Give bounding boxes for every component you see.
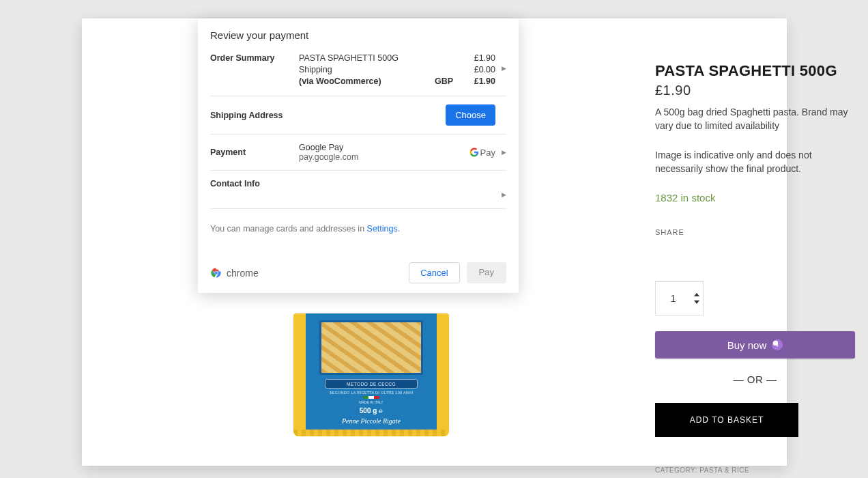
svg-point-3	[215, 272, 218, 275]
shipping-label: Shipping	[299, 65, 412, 74]
package-product-name: Penne Piccole Rigate	[317, 417, 426, 425]
order-item-name: PASTA SPAGHETTI 500G	[299, 53, 412, 63]
payment-expand-icon[interactable]: ▶	[495, 149, 506, 156]
buy-now-label: Buy now	[727, 339, 767, 351]
pay-button[interactable]: Pay	[467, 262, 506, 283]
package-subtitle: SECONDO LA RICETTA DI OLTRE 130 ANNI	[317, 391, 426, 395]
order-total: £1.90	[453, 76, 495, 86]
quantity-stepper[interactable]: 1	[655, 281, 704, 315]
settings-link[interactable]: Settings	[367, 224, 398, 234]
buy-now-arrow-icon: ›	[772, 339, 783, 350]
shipping-address-row: Shipping Address Choose	[210, 96, 506, 135]
product-description-1: A 500g bag dried Spaghetti pasta. Brand …	[655, 105, 855, 133]
payment-label: Payment	[210, 147, 299, 157]
shipping-price: £0.00	[453, 65, 495, 74]
chrome-brand-label: chrome	[227, 268, 259, 279]
contact-info-row[interactable]: Contact Info ▶	[210, 171, 506, 209]
share-label[interactable]: SHARE	[655, 228, 855, 236]
quantity-increment-icon[interactable]	[694, 293, 699, 296]
or-divider: — OR —	[655, 374, 855, 385]
payment-review-modal: Review your payment Order Summary PASTA …	[198, 18, 519, 293]
category-link[interactable]: PASTA & RICE	[699, 466, 749, 474]
add-to-basket-button[interactable]: ADD TO BASKET	[655, 403, 798, 437]
contact-expand-icon[interactable]: ▶	[495, 191, 506, 198]
shipping-expand-icon[interactable]: ▶	[495, 65, 506, 74]
order-item-price: £1.90	[453, 53, 495, 63]
package-madein: MADE IN ITALY	[317, 400, 426, 404]
contact-info-label: Contact Info	[210, 179, 299, 188]
chrome-icon	[210, 267, 222, 279]
manage-settings-text: You can manage cards and addresses in Se…	[210, 224, 506, 234]
via-label: (via WooCommerce)	[299, 76, 412, 86]
italy-flag-icon	[363, 396, 379, 399]
product-price: £1.90	[655, 83, 855, 98]
order-summary-label: Order Summary	[210, 53, 299, 63]
order-summary: Order Summary PASTA SPAGHETTI 500G £1.90…	[210, 53, 506, 96]
payment-method-name: Google Pay	[299, 143, 469, 152]
buy-now-button[interactable]: Buy now ›	[655, 331, 855, 358]
product-title: PASTA SPAGHETTI 500G	[655, 62, 855, 80]
package-weight: 500 g ℮	[317, 407, 426, 414]
chrome-brand: chrome	[210, 267, 259, 279]
quantity-value: 1	[656, 282, 691, 315]
payment-method-row[interactable]: Payment Google Pay pay.google.com Pay ▶	[210, 135, 506, 171]
product-description-2: Image is indicative only and does not ne…	[655, 148, 855, 176]
product-image: METODO DE CECCO SECONDO LA RICETTA DI OL…	[293, 313, 449, 436]
stock-indicator: 1832 in stock	[655, 192, 855, 203]
modal-title: Review your payment	[210, 29, 506, 41]
quantity-decrement-icon[interactable]	[694, 300, 699, 304]
payment-method-domain: pay.google.com	[299, 152, 469, 162]
package-banner: METODO DE CECCO	[325, 379, 418, 389]
cancel-button[interactable]: Cancel	[409, 262, 459, 283]
choose-address-button[interactable]: Choose	[446, 104, 495, 126]
shipping-address-label: Shipping Address	[210, 111, 299, 120]
product-category: CATEGORY: PASTA & RICE	[655, 466, 749, 474]
gpay-icon: Pay	[469, 147, 495, 158]
currency-label: GBP	[412, 76, 453, 86]
